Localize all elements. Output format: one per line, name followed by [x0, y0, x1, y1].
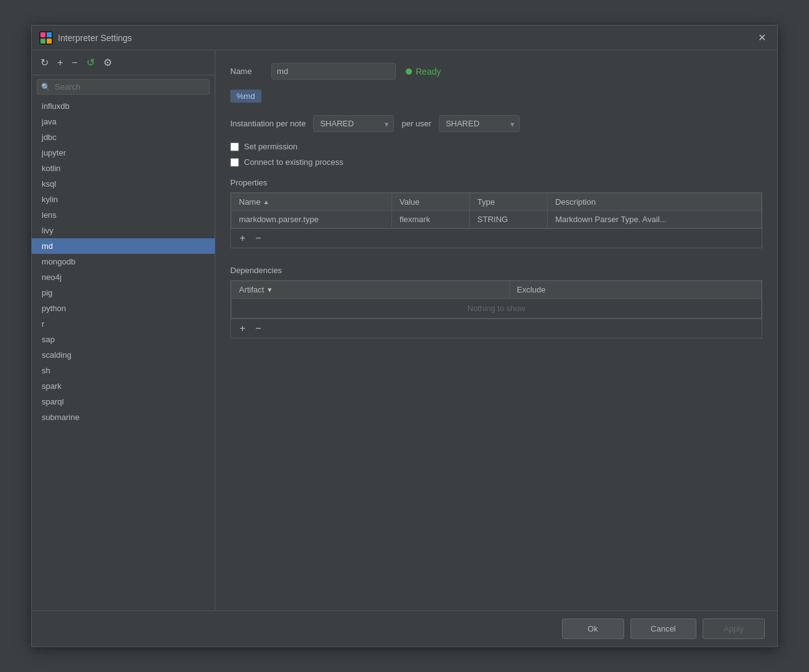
main-content: ↻ + − ↺ ⚙ 🔍 influxdbjavajdbcjupyterkotli… — [32, 50, 777, 610]
svg-rect-3 — [40, 39, 45, 44]
sidebar: ↻ + − ↺ ⚙ 🔍 influxdbjavajdbcjupyterkotli… — [32, 50, 215, 610]
set-permission-checkbox[interactable] — [230, 142, 239, 151]
name-row: Name Ready — [230, 63, 762, 80]
search-input[interactable] — [37, 79, 210, 95]
sidebar-item-java[interactable]: java — [32, 114, 215, 129]
sidebar-item-pig[interactable]: pig — [32, 285, 215, 301]
svg-rect-1 — [40, 32, 45, 37]
refresh-button[interactable]: ↻ — [38, 55, 51, 70]
connect-existing-checkbox[interactable] — [230, 158, 239, 167]
sidebar-item-sap[interactable]: sap — [32, 332, 215, 347]
set-permission-row: Set permission — [230, 142, 762, 151]
instantiation-label: Instantiation per note — [230, 119, 306, 128]
sidebar-toolbar: ↻ + − ↺ ⚙ — [32, 50, 215, 75]
search-icon: 🔍 — [41, 83, 50, 91]
properties-table-section: Name ▲ Value Type Description markdown.p… — [230, 192, 762, 248]
sort-arrow-icon: ▲ — [263, 198, 269, 205]
main-panel: Name Ready %md Instantiation per note SH… — [215, 50, 777, 610]
add-interpreter-button[interactable]: + — [55, 56, 65, 70]
svg-rect-2 — [47, 32, 52, 37]
sidebar-item-sparql[interactable]: sparql — [32, 394, 215, 409]
app-logo — [39, 31, 53, 45]
sidebar-item-jdbc[interactable]: jdbc — [32, 129, 215, 145]
sidebar-item-livy[interactable]: livy — [32, 223, 215, 238]
dep-artifact-header[interactable]: Artifact ▾ — [231, 281, 510, 299]
sidebar-item-sh[interactable]: sh — [32, 363, 215, 378]
nothing-to-show-row: Nothing to show — [231, 299, 762, 319]
properties-toolbar: + − — [231, 228, 762, 248]
properties-table: Name ▲ Value Type Description markdown.p… — [231, 193, 762, 228]
remove-property-button[interactable]: − — [253, 233, 263, 244]
apply-button[interactable]: Apply — [703, 618, 765, 639]
prop-type-header[interactable]: Type — [470, 194, 548, 211]
prop-name-header[interactable]: Name ▲ — [231, 194, 392, 211]
interpreter-settings-dialog: Interpreter Settings ✕ ↻ + − ↺ ⚙ 🔍 influ… — [31, 25, 778, 647]
sidebar-list: influxdbjavajdbcjupyterkotlinksqlkylinle… — [32, 98, 215, 610]
reload-button[interactable]: ↺ — [84, 55, 97, 70]
add-property-button[interactable]: + — [237, 233, 248, 244]
name-label: Name — [230, 67, 261, 76]
properties-section-title: Properties — [230, 178, 762, 187]
artifact-chevron-icon: ▾ — [268, 285, 272, 294]
prop-value-header[interactable]: Value — [392, 194, 470, 211]
ok-button[interactable]: Ok — [562, 618, 624, 639]
dialog-footer: Ok Cancel Apply — [32, 610, 777, 646]
settings-gear-button[interactable]: ⚙ — [101, 55, 115, 70]
prop-description-header[interactable]: Description — [548, 194, 762, 211]
nothing-to-show-text: Nothing to show — [231, 299, 762, 319]
connect-existing-row: Connect to existing process — [230, 157, 762, 167]
dependencies-section-title: Dependencies — [230, 266, 762, 275]
per-user-select[interactable]: SHARED SCOPED ISOLATED — [439, 115, 520, 132]
sidebar-item-submarine[interactable]: submarine — [32, 409, 215, 425]
dependencies-toolbar: + − — [231, 319, 762, 338]
titlebar: Interpreter Settings ✕ — [32, 26, 777, 50]
sidebar-item-scalding[interactable]: scalding — [32, 347, 215, 363]
sidebar-item-spark[interactable]: spark — [32, 378, 215, 394]
dependencies-table: Artifact ▾ Exclude Nothing to show — [231, 281, 762, 319]
per-user-label: per user — [401, 119, 431, 128]
dialog-title: Interpreter Settings — [58, 33, 754, 43]
cancel-button[interactable]: Cancel — [630, 618, 696, 639]
interpreter-tag[interactable]: %md — [230, 90, 261, 103]
sidebar-item-neo4j[interactable]: neo4j — [32, 269, 215, 285]
table-row: markdown.parser.typeflexmarkSTRINGMarkdo… — [231, 211, 762, 228]
status-indicator: Ready — [406, 67, 441, 77]
close-button[interactable]: ✕ — [754, 30, 770, 45]
connect-existing-label[interactable]: Connect to existing process — [244, 157, 344, 167]
instantiation-row: Instantiation per note SHARED SCOPED ISO… — [230, 115, 762, 132]
svg-rect-4 — [47, 39, 52, 44]
dependencies-table-section: Artifact ▾ Exclude Nothing to show — [230, 280, 762, 338]
sidebar-item-kotlin[interactable]: kotlin — [32, 161, 215, 176]
per-user-select-wrapper: SHARED SCOPED ISOLATED ▾ — [439, 115, 520, 132]
sidebar-item-ksql[interactable]: ksql — [32, 176, 215, 192]
name-input[interactable] — [271, 63, 396, 80]
sidebar-item-influxdb[interactable]: influxdb — [32, 98, 215, 114]
tag-row: %md — [230, 90, 762, 103]
per-note-select-wrapper: SHARED SCOPED ISOLATED ▾ — [313, 115, 394, 132]
search-box: 🔍 — [37, 79, 210, 95]
status-dot — [406, 68, 412, 75]
dep-exclude-header[interactable]: Exclude — [509, 281, 761, 299]
sidebar-item-kylin[interactable]: kylin — [32, 192, 215, 207]
status-text: Ready — [416, 67, 441, 77]
sidebar-item-md[interactable]: md — [32, 238, 215, 254]
per-note-select[interactable]: SHARED SCOPED ISOLATED — [313, 115, 394, 132]
sidebar-item-python[interactable]: python — [32, 301, 215, 316]
remove-dependency-button[interactable]: − — [253, 323, 263, 334]
sidebar-item-r[interactable]: r — [32, 316, 215, 332]
sidebar-item-lens[interactable]: lens — [32, 207, 215, 223]
sidebar-item-jupyter[interactable]: jupyter — [32, 145, 215, 161]
add-dependency-button[interactable]: + — [237, 323, 248, 334]
dependencies-section: Dependencies Artifact ▾ — [230, 261, 762, 346]
sidebar-item-mongodb[interactable]: mongodb — [32, 254, 215, 269]
set-permission-label[interactable]: Set permission — [244, 142, 297, 151]
remove-interpreter-button[interactable]: − — [69, 56, 80, 70]
